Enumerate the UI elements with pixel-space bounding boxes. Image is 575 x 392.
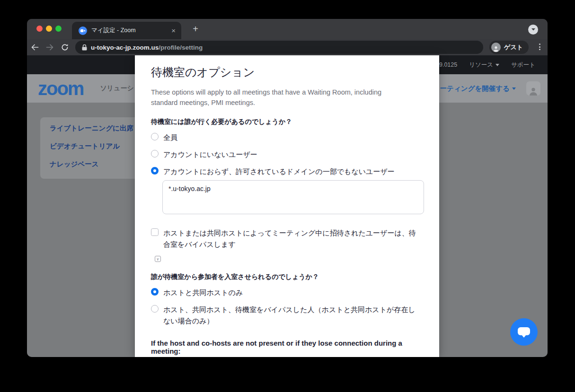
chat-bubble-icon [518, 327, 530, 335]
close-window-button[interactable] [36, 26, 43, 32]
resources-panel: ライブトレーニングに出席 ビデオチュートリアル ナレッジベース [40, 117, 142, 179]
chevron-down-icon [512, 87, 516, 90]
host-meeting-link[interactable]: ミーティングを開催する [433, 84, 516, 93]
browser-tab[interactable]: マイ設定 - Zoom × [72, 22, 181, 39]
profile-name: ゲスト [504, 43, 523, 52]
zoom-favicon-icon [79, 26, 87, 35]
browser-window: マイ設定 - Zoom × + u-tokyo-ac-jp.zoom.us/pr… [27, 19, 548, 357]
radio-selected-icon[interactable] [151, 167, 159, 174]
radio-selected-icon[interactable] [151, 288, 159, 296]
sidebar-link-knowledge-base[interactable]: ナレッジベース [50, 160, 142, 169]
dialog-title: 待機室のオプション [151, 65, 424, 80]
dialog-description: These options will apply to all meetings… [151, 87, 407, 108]
forward-button[interactable] [42, 44, 57, 51]
new-tab-button[interactable]: + [190, 24, 201, 35]
bypass-waiting-room-checkbox-row[interactable]: ホストまたは共同ホストによってミーティング中に招待されたユーザーは、待合室をバイ… [151, 227, 424, 250]
broken-image-icon: v [155, 256, 161, 262]
account-avatar[interactable] [526, 81, 540, 96]
question-who-goes-to-waiting-room: 待機室には誰が行く必要があるのでしょうか？ [151, 118, 424, 126]
browser-menu-button[interactable] [539, 44, 540, 50]
forward-arrow-icon [46, 44, 54, 51]
radio-option-host-cohosts-bypassed[interactable]: ホスト、共同ホスト、待機室をバイパスした人（ホストと共同ホストが存在しない場合の… [151, 304, 424, 327]
reload-button[interactable] [57, 44, 72, 51]
allowed-domains-input[interactable] [162, 180, 424, 214]
radio-icon[interactable] [151, 133, 159, 140]
lock-icon [82, 44, 87, 51]
radio-icon[interactable] [151, 305, 159, 313]
question-who-can-admit: 誰が待機室から参加者を入室させられるのでしょうか？ [151, 273, 424, 281]
window-controls [36, 26, 62, 32]
chevron-down-icon [531, 28, 535, 31]
minimize-window-button[interactable] [46, 26, 52, 32]
url-path: /profile/setting [159, 44, 203, 51]
guest-avatar-icon [491, 43, 501, 52]
question-host-not-present: If the host and co-hosts are not present… [151, 339, 424, 355]
tab-close-icon[interactable]: × [170, 27, 177, 34]
radio-icon[interactable] [151, 150, 159, 157]
resources-link[interactable]: リソース [469, 61, 499, 69]
browser-toolbar: u-tokyo-ac-jp.zoom.us/profile/setting ゲス… [27, 39, 548, 55]
back-button[interactable] [27, 44, 42, 51]
radio-option-users-not-in-account-or-domains[interactable]: アカウントにおらず、許可されているドメインの一部でもないユーザー [151, 166, 424, 177]
profile-button[interactable]: ゲスト [489, 41, 529, 54]
reload-icon [61, 44, 69, 51]
chevron-down-icon [495, 64, 499, 66]
address-bar[interactable]: u-tokyo-ac-jp.zoom.us/profile/setting [75, 41, 483, 54]
sidebar-link-live-training[interactable]: ライブトレーニングに出席 [50, 124, 142, 133]
zoom-window-button[interactable] [55, 26, 62, 32]
sidebar-link-video-tutorial[interactable]: ビデオチュートリアル [50, 142, 142, 151]
zoom-logo[interactable]: zoom [38, 79, 83, 98]
support-link[interactable]: サポート [511, 61, 535, 69]
tab-strip: マイ設定 - Zoom × + [27, 19, 548, 39]
url-host: u-tokyo-ac-jp.zoom.us [91, 44, 159, 51]
checkbox-icon[interactable] [151, 228, 159, 236]
back-arrow-icon [31, 44, 39, 51]
radio-option-everyone[interactable]: 全員 [151, 132, 424, 143]
waiting-room-options-dialog: 待機室のオプション These options will apply to al… [135, 55, 439, 357]
radio-option-host-cohosts-only[interactable]: ホストと共同ホストのみ [151, 287, 424, 298]
radio-option-users-not-in-account[interactable]: アカウントにいないユーザー [151, 149, 424, 160]
url-text: u-tokyo-ac-jp.zoom.us/profile/setting [91, 44, 203, 51]
tab-search-button[interactable] [528, 25, 538, 35]
tab-title: マイ設定 - Zoom [91, 26, 170, 35]
chat-widget-button[interactable] [510, 318, 538, 346]
